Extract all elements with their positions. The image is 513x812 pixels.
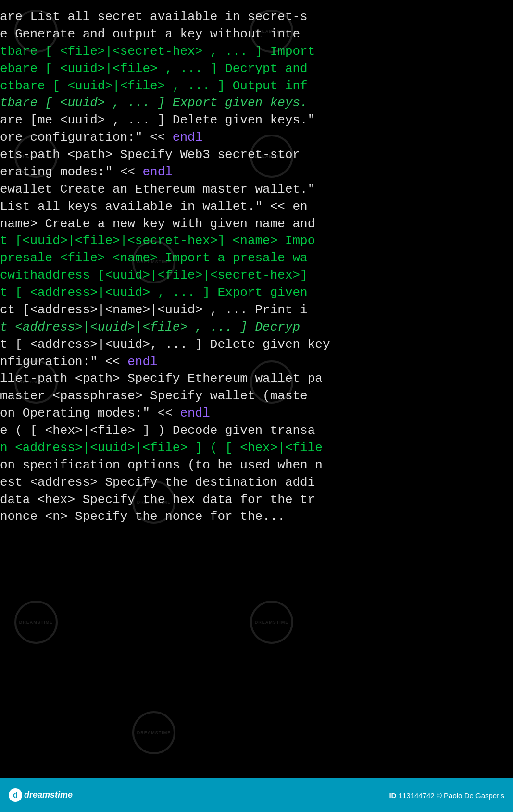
code-line: data <hex> Specify the hex data for the … — [0, 492, 513, 509]
code-line: llet-path <path> Specify Ethereum wallet… — [0, 370, 513, 388]
code-line: t [ <address>|<uuid>, ... ] Delete given… — [0, 336, 513, 354]
bottom-bar: ddreamstime ID 113144742 © Paolo De Gasp… — [0, 778, 513, 812]
code-line: master <passphrase> Specify wallet (mast… — [0, 388, 513, 405]
code-line: ewallet Create an Ethereum master wallet… — [0, 181, 513, 198]
code-line: tbare [ <uuid> , ... ] Export given keys… — [0, 95, 513, 112]
code-display: are List all secret available in secret-… — [0, 0, 513, 778]
code-line: ets-path <path> Specify Web3 secret-stor — [0, 147, 513, 164]
image-id-value: 113144742 — [399, 791, 437, 800]
code-line: name> Create a new key with given name a… — [0, 216, 513, 233]
code-line: e Generate and output a key without inte — [0, 26, 513, 43]
code-line: on specification options (to be used whe… — [0, 457, 513, 474]
code-line: ct [<address>|<name>|<uuid> , ... Print … — [0, 302, 513, 319]
logo-area: ddreamstime — [9, 788, 73, 802]
code-line: tbare [ <file>|<secret-hex> , ... ] Impo… — [0, 43, 513, 61]
code-line: on Operating modes:" << endl — [0, 405, 513, 422]
code-area: are List all secret available in secret-… — [0, 5, 513, 774]
code-line: erating modes:" << endl — [0, 164, 513, 181]
attribution: ID 113144742 © Paolo De Gasperis — [389, 791, 504, 800]
logo-icon: d — [9, 788, 22, 802]
code-line: t [<uuid>|<file>|<secret-hex>] <name> Im… — [0, 233, 513, 250]
author-name: © Paolo De Gasperis — [437, 791, 504, 800]
code-line: est <address> Specify the destination ad… — [0, 474, 513, 492]
dreamstime-logo: ddreamstime — [9, 788, 73, 802]
code-line: are List all secret available in secret-… — [0, 9, 513, 26]
image-id: ID — [389, 791, 398, 800]
code-line: presale <file> <name> Import a presale w… — [0, 250, 513, 267]
code-line: List all keys available in wallet." << e… — [0, 198, 513, 216]
code-line: ebare [ <uuid>|<file> , ... ] Decrypt an… — [0, 61, 513, 78]
code-line: t <address>|<uuid>|<file> , ... ] Decryp — [0, 319, 513, 336]
code-line: nfiguration:" << endl — [0, 354, 513, 371]
code-line: e ( [ <hex>|<file> ] ) Decode given tran… — [0, 422, 513, 440]
code-line: ctbare [ <uuid>|<file> , ... ] Output in… — [0, 78, 513, 95]
code-line: n <address>|<uuid>|<file> ] ( [ <hex>|<f… — [0, 440, 513, 457]
code-line: ore configuration:" << endl — [0, 129, 513, 147]
code-line: nonce <n> Specify the nonce for the... — [0, 508, 513, 526]
code-line: t [ <address>|<uuid> , ... ] Export give… — [0, 284, 513, 302]
code-line: are [me <uuid> , ... ] Delete given keys… — [0, 112, 513, 129]
code-line: cwithaddress [<uuid>|<file>|<secret-hex>… — [0, 267, 513, 284]
